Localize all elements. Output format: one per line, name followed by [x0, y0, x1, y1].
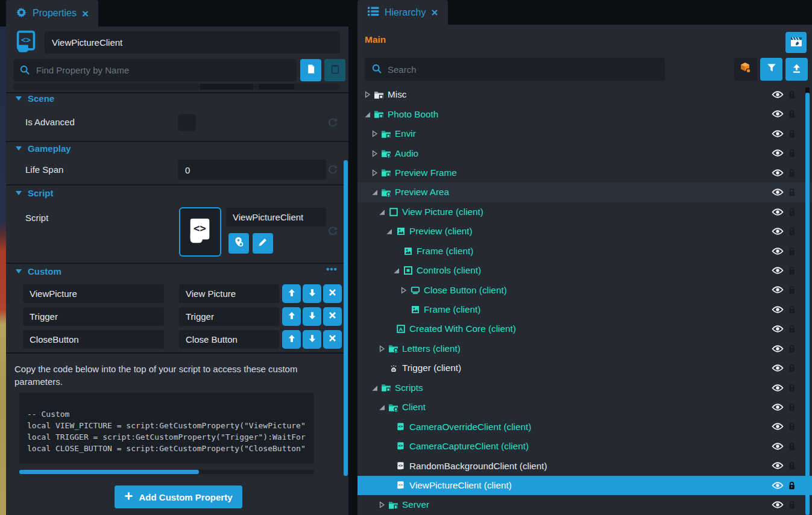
delete-button[interactable]	[323, 307, 342, 326]
move-up-button[interactable]	[282, 284, 301, 303]
tree-row[interactable]: Envir	[357, 124, 812, 143]
lock-icon[interactable]	[788, 90, 796, 99]
custom-name-field[interactable]: CloseButton	[23, 330, 164, 349]
tree-row[interactable]: View Picture (client)	[357, 202, 812, 222]
visibility-eye-icon[interactable]	[772, 130, 784, 138]
tree-row[interactable]: Client	[357, 398, 812, 417]
reset-icon[interactable]	[327, 164, 339, 176]
section-scene[interactable]: Scene	[16, 93, 54, 104]
find-property-input[interactable]	[13, 59, 297, 81]
collapsed-arrow-icon[interactable]	[370, 168, 379, 177]
tab-hierarchy[interactable]: Hierarchy ×	[357, 0, 448, 25]
visibility-eye-icon[interactable]	[772, 169, 784, 177]
tree-row[interactable]: <>CameraCaptureClient (client)	[357, 437, 812, 456]
lock-icon[interactable]	[788, 226, 796, 236]
lock-icon[interactable]	[788, 481, 796, 490]
expanded-arrow-icon[interactable]	[370, 188, 379, 197]
visibility-eye-icon[interactable]	[772, 403, 784, 411]
collapsed-arrow-icon[interactable]	[398, 286, 408, 295]
expanded-arrow-icon[interactable]	[391, 266, 400, 275]
tree-row[interactable]: Frame (client)	[357, 300, 812, 319]
tree-row[interactable]: Close Button (client)	[357, 280, 812, 299]
visibility-eye-icon[interactable]	[772, 364, 784, 372]
reset-icon[interactable]	[327, 225, 339, 237]
visibility-eye-icon[interactable]	[772, 442, 784, 451]
visibility-eye-icon[interactable]	[772, 90, 784, 99]
delete-button[interactable]	[323, 330, 342, 349]
lock-icon[interactable]	[788, 500, 796, 510]
tab-properties[interactable]: Properties ×	[6, 0, 98, 27]
close-icon[interactable]: ×	[431, 7, 438, 18]
filter-button[interactable]	[760, 58, 782, 81]
tree-row[interactable]: Photo Booth	[357, 104, 812, 123]
delete-button[interactable]	[323, 284, 342, 303]
visibility-eye-icon[interactable]	[772, 501, 784, 509]
custom-value-field[interactable]: View Picture	[179, 284, 279, 303]
tree-row[interactable]: Audio	[357, 143, 812, 163]
move-up-button[interactable]	[282, 307, 301, 326]
lock-icon[interactable]	[788, 266, 796, 275]
life-span-input[interactable]	[178, 160, 326, 180]
lock-icon[interactable]	[788, 324, 796, 334]
custom-value-field[interactable]: Trigger	[179, 307, 279, 326]
visibility-eye-icon[interactable]	[772, 384, 784, 392]
visibility-eye-icon[interactable]	[772, 149, 784, 157]
visibility-eye-icon[interactable]	[772, 188, 784, 196]
tree-row[interactable]: Scripts	[357, 378, 812, 398]
tree-row[interactable]: <>CameraOverrideClient (client)	[357, 417, 812, 436]
visibility-eye-icon[interactable]	[772, 461, 784, 470]
lock-icon[interactable]	[788, 422, 796, 431]
lock-icon[interactable]	[788, 285, 796, 295]
tree-row[interactable]: Preview (client)	[357, 222, 812, 241]
lock-icon[interactable]	[788, 168, 796, 178]
custom-value-field[interactable]: Close Button	[179, 330, 279, 349]
script-name-field[interactable]: ViewPictureClient	[226, 208, 326, 226]
lock-icon[interactable]	[788, 363, 796, 373]
visibility-eye-icon[interactable]	[772, 422, 784, 431]
move-down-button[interactable]	[303, 284, 321, 303]
collapsed-arrow-icon[interactable]	[370, 130, 379, 139]
lock-icon[interactable]	[788, 305, 796, 314]
tree-row[interactable]: ACreated With Core (client)	[357, 319, 812, 339]
tree-row[interactable]: Letters (client)	[357, 339, 812, 358]
visibility-eye-icon[interactable]	[772, 247, 784, 255]
visibility-eye-icon[interactable]	[772, 266, 784, 275]
tree-row[interactable]: Preview Area	[357, 183, 812, 202]
code-block[interactable]: -- Custom local VIEW_PICTURE = script:Ge…	[19, 393, 314, 464]
section-script[interactable]: Script	[16, 188, 54, 198]
is-advanced-checkbox[interactable]	[178, 114, 196, 131]
cinematic-button[interactable]	[785, 32, 807, 53]
visibility-eye-icon[interactable]	[772, 286, 784, 294]
close-icon[interactable]: ×	[82, 8, 89, 19]
collapsed-arrow-icon[interactable]	[377, 501, 386, 510]
lock-icon[interactable]	[788, 148, 796, 158]
expanded-arrow-icon[interactable]	[377, 207, 386, 216]
reset-icon[interactable]	[327, 117, 339, 129]
hierarchy-vscrollbar[interactable]	[805, 93, 810, 515]
templates-button[interactable]	[734, 58, 757, 81]
move-up-button[interactable]	[282, 330, 301, 349]
lock-icon[interactable]	[788, 461, 796, 470]
paste-properties-button[interactable]	[324, 59, 345, 81]
tree-row[interactable]: Controls (client)	[357, 261, 812, 280]
lock-icon[interactable]	[788, 402, 796, 412]
expanded-arrow-icon[interactable]	[377, 403, 386, 412]
hierarchy-search-input[interactable]	[365, 58, 665, 81]
move-down-button[interactable]	[303, 307, 321, 326]
add-custom-property-button[interactable]: Add Custom Property	[115, 485, 242, 508]
visibility-eye-icon[interactable]	[772, 325, 784, 333]
move-down-button[interactable]	[303, 330, 321, 349]
collapse-all-button[interactable]	[785, 58, 808, 81]
expanded-arrow-icon[interactable]	[370, 383, 379, 392]
lock-icon[interactable]	[788, 109, 796, 119]
tree-row[interactable]: Preview Frame	[357, 163, 812, 183]
collapsed-arrow-icon[interactable]	[362, 90, 371, 99]
collapsed-arrow-icon[interactable]	[370, 149, 379, 158]
properties-vscrollbar[interactable]	[344, 160, 348, 476]
tree-row[interactable]: Server	[357, 495, 812, 514]
lock-icon[interactable]	[788, 442, 796, 451]
expanded-arrow-icon[interactable]	[362, 110, 371, 119]
visibility-eye-icon[interactable]	[772, 481, 784, 490]
collapsed-arrow-icon[interactable]	[377, 344, 386, 353]
code-hscrollbar-track[interactable]	[19, 470, 314, 474]
